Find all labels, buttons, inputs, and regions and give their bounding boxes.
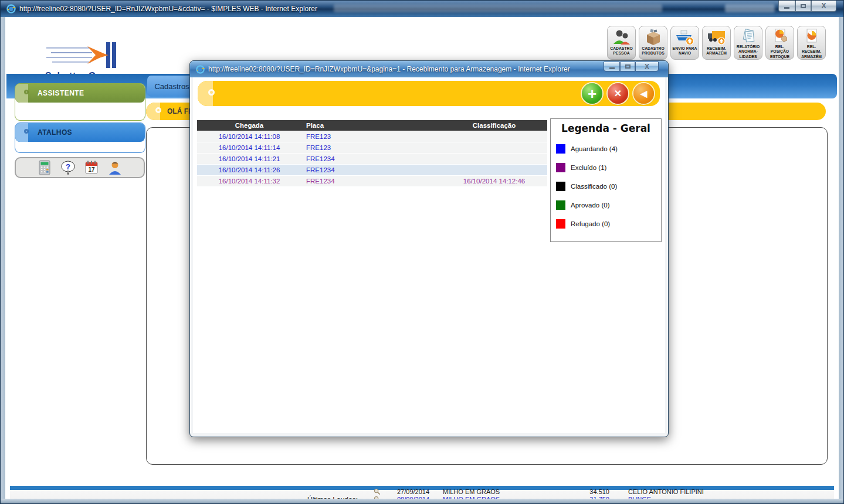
popup-close-button[interactable]: X bbox=[635, 62, 659, 71]
legend-item: Classificado (0) bbox=[556, 180, 661, 193]
cell-placa: FRE1234 bbox=[301, 155, 441, 162]
toolbar-label: REL. POSIÇÃO ESTOQUE bbox=[766, 45, 794, 59]
maximize-button[interactable] bbox=[795, 1, 811, 12]
main-window-controls: X bbox=[778, 1, 836, 12]
toolbar-rel-posicao-estoque-button[interactable]: REL. POSIÇÃO ESTOQUE bbox=[765, 26, 794, 60]
sidebar-panel-assistente: ASSISTENTE bbox=[15, 83, 145, 121]
legend-item: Aguardando (4) bbox=[556, 142, 661, 155]
cell-placa: FRE1234 bbox=[301, 166, 441, 173]
maximize-icon bbox=[801, 4, 806, 8]
main-window-title: http://freeline02:8080/?USER_ID=RnJIZWxp… bbox=[19, 5, 317, 13]
sidebar-item-label: ATALHOS bbox=[38, 128, 72, 137]
footer-bar: BUNGE - SAO FRANCISCO DO SUL - 03.639.66… bbox=[10, 490, 834, 499]
ring-icon bbox=[155, 107, 161, 113]
legend-items: Aguardando (4)Excluído (1)Classificado (… bbox=[556, 142, 661, 230]
sidebar-item-atalhos[interactable]: ATALHOS bbox=[15, 123, 145, 142]
delete-button[interactable]: ✕ bbox=[608, 83, 628, 104]
minimize-icon bbox=[609, 67, 615, 69]
popup-maximize-button[interactable] bbox=[620, 62, 635, 71]
popup-window-title: http://freeline02:8080/?USER_ID=RnJIZWxp… bbox=[208, 65, 570, 73]
legend-title: Legenda - Geral bbox=[551, 122, 661, 134]
ie-icon bbox=[196, 65, 205, 74]
table-row[interactable]: 16/10/2014 14:11:32FRE123416/10/2014 14:… bbox=[197, 176, 547, 186]
sidebar-panel-atalhos: ATALHOS bbox=[15, 122, 145, 153]
laudo-product: MILHO EM GRAOS bbox=[443, 488, 537, 495]
toolbar-envio-navio-button[interactable]: ENVIO PARA NAVIO bbox=[670, 26, 699, 60]
quick-icon-bar: ? 17 bbox=[15, 157, 145, 178]
legend-label: Aguardando (4) bbox=[571, 145, 618, 152]
legend-item: Excluído (1) bbox=[556, 161, 661, 174]
help-icon[interactable]: ? bbox=[60, 160, 76, 175]
legend-swatch-icon bbox=[556, 200, 565, 210]
cell-chegada: 16/10/2014 14:11:14 bbox=[197, 144, 301, 151]
report-documents-icon bbox=[738, 28, 758, 44]
laudo-date: 08/09/2014 bbox=[397, 496, 443, 499]
laudos-label: Últimos Laudos: bbox=[307, 496, 358, 499]
cell-chegada: 16/10/2014 14:11:21 bbox=[197, 155, 301, 162]
toolbar-label: CADASTRO PESSOA bbox=[610, 46, 633, 56]
magnifier-icon[interactable] bbox=[374, 496, 381, 499]
window-border-left bbox=[1, 17, 5, 503]
cell-chegada: 16/10/2014 14:11:32 bbox=[197, 178, 301, 185]
minimize-icon bbox=[784, 7, 789, 9]
person-icon[interactable] bbox=[107, 160, 123, 175]
company-info: BUNGE - SAO FRANCISCO DO SUL - 03.639.66… bbox=[45, 498, 264, 499]
magnifier-icon[interactable] bbox=[374, 488, 381, 495]
table-row[interactable]: 16/10/2014 14:11:14FRE123 bbox=[197, 142, 547, 153]
legend-swatch-icon bbox=[556, 144, 565, 154]
window-border-bottom bbox=[1, 499, 843, 503]
legend-label: Classificado (0) bbox=[571, 183, 617, 190]
minimize-button[interactable] bbox=[778, 1, 795, 12]
laudo-product: MILHO EM GRAOS bbox=[443, 496, 537, 499]
cell-placa: FRE1234 bbox=[301, 178, 441, 185]
toolbar-rel-recebimento-armazem-button[interactable]: REL. RECEBIM. ARMAZÉM bbox=[797, 26, 826, 60]
ring-icon bbox=[24, 129, 29, 134]
recebimento-table: Chegada Placa Classificação 16/10/2014 1… bbox=[197, 120, 547, 186]
pie-report-icon bbox=[802, 28, 822, 44]
maximize-icon bbox=[625, 64, 631, 69]
cell-chegada: 16/10/2014 14:11:26 bbox=[197, 166, 301, 173]
toolbar-label: CADASTRO PRODUTOS bbox=[642, 46, 665, 56]
table-row[interactable]: 16/10/2014 14:11:08FRE123 bbox=[197, 131, 547, 142]
sidebar-item-label: ASSISTENTE bbox=[38, 89, 84, 97]
toolbar-cadastro-pessoa-button[interactable]: CADASTRO PESSOA bbox=[607, 26, 636, 60]
close-button[interactable]: X bbox=[811, 1, 836, 12]
toolbar-relatorio-anormalidades-button[interactable]: RELATÓRIO ANORMA- LIDADES bbox=[734, 26, 762, 60]
products-box-icon bbox=[643, 28, 663, 46]
column-header-chegada: Chegada bbox=[197, 122, 301, 129]
table-row[interactable]: 16/10/2014 14:11:21FRE1234 bbox=[197, 154, 547, 164]
popup-recebimento-window: http://freeline02:8080/?USER_ID=RnJIZWxp… bbox=[189, 60, 669, 437]
back-button[interactable]: ◀ bbox=[633, 83, 654, 104]
legend-label: Excluído (1) bbox=[571, 164, 606, 171]
window-border-right bbox=[839, 17, 843, 503]
truck-icon bbox=[707, 28, 727, 46]
legend-label: Refugado (0) bbox=[571, 220, 610, 227]
toolbar-label: ENVIO PARA NAVIO bbox=[673, 46, 697, 56]
popup-client-area: + ✕ ◀ Chegada Placa Classificação 16/10/… bbox=[193, 77, 665, 433]
pie-stock-icon bbox=[770, 28, 790, 44]
toolbar-cadastro-produtos-button[interactable]: CADASTRO PRODUTOS bbox=[639, 26, 667, 60]
legend-item: Refugado (0) bbox=[556, 217, 661, 230]
laudo-row: 27/09/2014MILHO EM GRAOS34.510CELIO ANTO… bbox=[369, 488, 832, 496]
toolbar-recebimento-armazem-button[interactable]: RECEBIM. ARMAZÉM bbox=[702, 26, 731, 60]
popup-window-controls: X bbox=[604, 62, 659, 71]
cell-chegada: 16/10/2014 14:11:08 bbox=[197, 133, 301, 140]
calculator-icon[interactable] bbox=[37, 160, 52, 175]
add-button[interactable]: + bbox=[582, 83, 602, 104]
popup-titlebar[interactable]: http://freeline02:8080/?USER_ID=RnJIZWxp… bbox=[190, 61, 668, 77]
legend-panel: Legenda - Geral Aguardando (4)Excluído (… bbox=[550, 118, 662, 242]
main-titlebar[interactable]: http://freeline02:8080/?USER_ID=RnJIZWxp… bbox=[1, 1, 843, 17]
calendar-icon[interactable]: 17 bbox=[84, 160, 99, 175]
table-row[interactable]: 16/10/2014 14:11:26FRE1234 bbox=[197, 165, 547, 175]
sidebar-item-assistente[interactable]: ASSISTENTE bbox=[15, 84, 145, 103]
laudo-date: 27/09/2014 bbox=[397, 488, 443, 495]
table-header-row: Chegada Placa Classificação bbox=[197, 120, 547, 131]
close-icon: X bbox=[645, 63, 649, 70]
background-window-ghost bbox=[725, 4, 775, 12]
legend-label: Aprovado (0) bbox=[571, 202, 609, 209]
header-toolbar: CADASTRO PESSOA CADASTRO PRODUTOS bbox=[607, 26, 826, 60]
legend-swatch-icon bbox=[556, 219, 565, 229]
ring-icon bbox=[208, 89, 215, 96]
popup-minimize-button[interactable] bbox=[604, 62, 620, 71]
column-header-placa: Placa bbox=[301, 122, 441, 129]
